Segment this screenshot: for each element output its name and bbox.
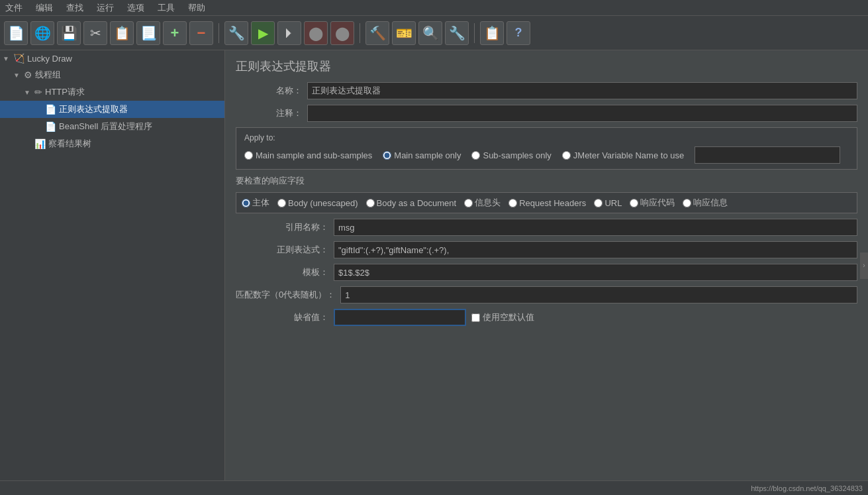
- start-no-pause-button[interactable]: ⏵: [277, 21, 301, 45]
- rf-request-headers-radio[interactable]: [508, 199, 517, 207]
- lucky-draw-icon: 🏹: [13, 53, 24, 64]
- rf-info-head-radio[interactable]: [464, 199, 473, 207]
- settings-icon: 🔧: [449, 25, 465, 41]
- tree-item-view-results[interactable]: ▶ 📊 察看结果树: [0, 135, 224, 152]
- regex-row: 正则表达式：: [236, 241, 857, 258]
- thread-group-icon: ⚙: [24, 70, 32, 80]
- rf-url[interactable]: URL: [594, 198, 622, 208]
- tree-item-lucky-draw[interactable]: ▼ 🏹 Lucky Draw: [0, 50, 224, 66]
- rf-response-code-radio[interactable]: [630, 199, 638, 207]
- ref-name-label: 引用名称：: [236, 221, 328, 233]
- paste-button[interactable]: 📃: [136, 21, 160, 45]
- shutdown-button[interactable]: ⬤: [330, 21, 354, 45]
- default-input[interactable]: [334, 309, 466, 326]
- name-row: 名称：: [236, 82, 857, 99]
- rf-request-headers-label: Request Headers: [519, 198, 586, 208]
- use-empty-checkbox[interactable]: [471, 313, 480, 322]
- rf-body-document-radio[interactable]: [366, 199, 375, 207]
- name-input[interactable]: [307, 82, 857, 99]
- rf-body[interactable]: 主体: [242, 197, 269, 209]
- default-label: 缺省值：: [236, 311, 328, 323]
- help-button[interactable]: ?: [506, 21, 530, 45]
- menu-options[interactable]: 选项: [124, 2, 147, 14]
- template-icon: 🎫: [396, 25, 412, 41]
- save-button[interactable]: 💾: [57, 21, 81, 45]
- rf-body-document[interactable]: Body as a Document: [366, 198, 457, 208]
- beanshell-label: BeanShell 后置处理程序: [59, 121, 152, 133]
- menu-tools[interactable]: 工具: [155, 2, 177, 14]
- copy-button[interactable]: 📋: [110, 21, 134, 45]
- separator-1: [218, 23, 219, 43]
- menu-file[interactable]: 文件: [3, 2, 25, 14]
- jmeter-var-input[interactable]: [695, 146, 840, 164]
- start-button[interactable]: ▶: [251, 21, 275, 45]
- rf-info-head[interactable]: 信息头: [464, 197, 501, 209]
- default-row: 缺省值： 使用空默认值: [236, 309, 857, 326]
- apply-sub-only-label: Sub-samples only: [483, 150, 551, 160]
- name-label: 名称：: [236, 85, 302, 97]
- menu-edit[interactable]: 编辑: [33, 2, 56, 14]
- menu-find[interactable]: 查找: [64, 2, 86, 14]
- view-results-icon: 📊: [34, 138, 46, 149]
- open-button[interactable]: 🌐: [30, 21, 54, 45]
- match-num-row: 匹配数字（0代表随机）：: [236, 286, 857, 303]
- rf-body-unescaped[interactable]: Body (unescaped): [277, 198, 358, 208]
- rf-body-unescaped-radio[interactable]: [277, 199, 286, 207]
- wrench-icon: 🔧: [228, 25, 245, 41]
- rf-response-code[interactable]: 响应代码: [630, 197, 675, 209]
- tree-item-regex-extractor[interactable]: ▶ 📄 正则表达式提取器: [0, 101, 224, 118]
- start-no-pause-icon: ⏵: [283, 25, 296, 40]
- rf-url-label: URL: [604, 198, 622, 208]
- apply-jmeter-var-radio[interactable]: [562, 151, 571, 160]
- settings-button[interactable]: 🔧: [445, 21, 469, 45]
- remote-run-button[interactable]: 🔨: [365, 21, 389, 45]
- apply-sub-only-radio[interactable]: [471, 151, 480, 160]
- new-button[interactable]: 📄: [4, 21, 28, 45]
- content-panel: 正则表达式提取器 名称： 注释： Apply to: Main sample a…: [225, 50, 868, 480]
- remove-button[interactable]: −: [189, 21, 213, 45]
- rf-body-unescaped-label: Body (unescaped): [288, 198, 358, 208]
- rf-body-document-label: Body as a Document: [377, 198, 457, 208]
- rf-request-headers[interactable]: Request Headers: [508, 198, 586, 208]
- search-button[interactable]: 🔍: [418, 21, 442, 45]
- regex-label: 正则表达式：: [236, 244, 328, 256]
- apply-main-sub-label: Main sample and sub-samples: [256, 150, 372, 160]
- cut-button[interactable]: ✂: [83, 21, 107, 45]
- add-icon: +: [171, 25, 179, 42]
- remote-run-icon: 🔨: [369, 25, 386, 41]
- rf-body-radio[interactable]: [242, 199, 250, 207]
- collapse-handle[interactable]: ›: [860, 252, 868, 279]
- remove-icon: −: [197, 25, 206, 42]
- tree-item-http-request[interactable]: ▼ ✏ HTTP请求: [0, 83, 224, 101]
- menu-run[interactable]: 运行: [94, 2, 117, 14]
- apply-to-radio-group: Main sample and sub-samples Main sample …: [244, 146, 849, 164]
- stop-button[interactable]: ⬤: [304, 21, 328, 45]
- tool-run1-button[interactable]: 🔧: [224, 21, 248, 45]
- response-field-row: 主体 Body (unescaped) Body as a Document 信…: [236, 192, 857, 213]
- tree-item-thread-group[interactable]: ▼ ⚙ 线程组: [0, 66, 224, 83]
- menu-help[interactable]: 帮助: [185, 2, 208, 14]
- match-num-input[interactable]: [340, 286, 857, 303]
- rf-url-radio[interactable]: [594, 199, 603, 207]
- apply-main-sub[interactable]: Main sample and sub-samples: [244, 150, 372, 160]
- comment-input[interactable]: [307, 105, 857, 122]
- apply-main-only-radio[interactable]: [383, 151, 391, 160]
- apply-sub-only[interactable]: Sub-samples only: [471, 150, 551, 160]
- panel-title: 正则表达式提取器: [236, 58, 857, 74]
- ref-name-input[interactable]: [334, 219, 857, 236]
- view-results-label: 察看结果树: [48, 138, 91, 150]
- tree-item-beanshell[interactable]: ▶ 📄 BeanShell 后置处理程序: [0, 118, 224, 135]
- cut-icon: ✂: [90, 25, 101, 41]
- response-field-title: 要检查的响应字段: [236, 175, 857, 187]
- log-button[interactable]: 📋: [480, 21, 504, 45]
- apply-jmeter-var[interactable]: JMeter Variable Name to use: [562, 150, 684, 160]
- add-button[interactable]: +: [163, 21, 187, 45]
- regex-input[interactable]: [334, 241, 857, 258]
- rf-response-msg-radio[interactable]: [683, 199, 691, 207]
- template-button[interactable]: 🎫: [392, 21, 416, 45]
- apply-main-only[interactable]: Main sample only: [383, 150, 461, 160]
- template-input[interactable]: [334, 264, 857, 281]
- separator-3: [474, 23, 475, 43]
- apply-main-sub-radio[interactable]: [244, 151, 253, 160]
- rf-response-msg[interactable]: 响应信息: [683, 197, 728, 209]
